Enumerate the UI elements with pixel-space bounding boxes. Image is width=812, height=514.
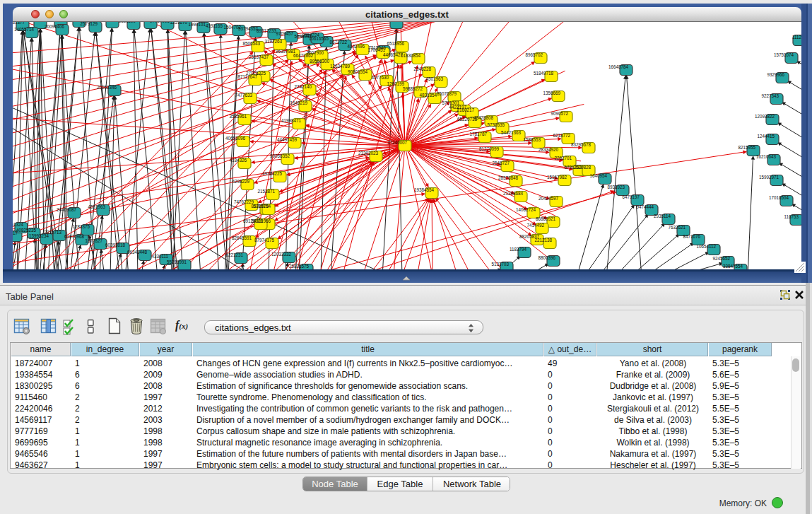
svg-text:6218772: 6218772 bbox=[553, 133, 570, 138]
svg-text:1251670: 1251670 bbox=[170, 22, 187, 25]
svg-text:55216991: 55216991 bbox=[167, 259, 187, 264]
svg-text:116753: 116753 bbox=[784, 214, 799, 219]
svg-text:24469087: 24469087 bbox=[57, 207, 77, 212]
svg-text:28576848: 28576848 bbox=[498, 175, 519, 180]
svg-text:2212138: 2212138 bbox=[534, 238, 552, 243]
svg-text:69125928: 69125928 bbox=[243, 218, 264, 223]
svg-text:1649219: 1649219 bbox=[290, 100, 307, 105]
svg-text:15992971: 15992971 bbox=[759, 175, 779, 180]
svg-text:20091406: 20091406 bbox=[45, 24, 65, 29]
svg-text:12093822: 12093822 bbox=[755, 114, 775, 119]
svg-text:8938923: 8938923 bbox=[607, 185, 625, 189]
svg-text:1244415: 1244415 bbox=[757, 134, 775, 139]
svg-text:15751074: 15751074 bbox=[774, 52, 794, 57]
svg-text:40825235: 40825235 bbox=[16, 228, 37, 233]
svg-text:82645591: 82645591 bbox=[232, 235, 252, 240]
svg-text:2521199: 2521199 bbox=[119, 22, 136, 23]
svg-text:1112: 1112 bbox=[792, 35, 801, 40]
svg-text:8672722: 8672722 bbox=[329, 40, 347, 45]
svg-text:81270099: 81270099 bbox=[479, 146, 500, 151]
svg-text:54421363: 54421363 bbox=[501, 130, 522, 135]
svg-text:23302023: 23302023 bbox=[358, 151, 379, 156]
svg-text:10654112: 10654112 bbox=[696, 244, 716, 249]
svg-text:3197263: 3197263 bbox=[264, 39, 282, 44]
svg-text:9357224: 9357224 bbox=[302, 33, 319, 37]
svg-text:2246228: 2246228 bbox=[413, 66, 431, 71]
svg-text:43428808: 43428808 bbox=[473, 115, 494, 120]
svg-text:4501963: 4501963 bbox=[425, 76, 443, 81]
svg-text:5261324: 5261324 bbox=[13, 222, 23, 227]
svg-text:4330111: 4330111 bbox=[151, 254, 168, 259]
svg-text:8800396: 8800396 bbox=[538, 255, 555, 260]
svg-text:14062724: 14062724 bbox=[516, 207, 536, 212]
svg-text:5133703: 5133703 bbox=[491, 262, 509, 267]
svg-text:12634789: 12634789 bbox=[330, 64, 351, 69]
svg-text:8965702: 8965702 bbox=[525, 52, 543, 57]
svg-text:8506543: 8506543 bbox=[242, 41, 260, 46]
svg-text:1706451: 1706451 bbox=[367, 47, 385, 52]
svg-text:7414492: 7414492 bbox=[526, 223, 544, 228]
svg-text:4298229: 4298229 bbox=[232, 179, 249, 184]
svg-text:89556300: 89556300 bbox=[310, 59, 330, 64]
svg-text:90056352: 90056352 bbox=[270, 153, 290, 158]
svg-text:9090572: 9090572 bbox=[551, 111, 568, 116]
svg-text:83295678: 83295678 bbox=[571, 142, 592, 147]
svg-text:6479197: 6479197 bbox=[622, 194, 640, 199]
svg-text:4142496: 4142496 bbox=[347, 44, 365, 49]
svg-text:9227343: 9227343 bbox=[761, 93, 779, 98]
svg-text:5315154: 5315154 bbox=[253, 204, 271, 209]
svg-text:8215955: 8215955 bbox=[738, 145, 755, 150]
svg-text:2160217: 2160217 bbox=[457, 107, 474, 112]
svg-text:41998471: 41998471 bbox=[281, 118, 302, 123]
svg-text:2546727: 2546727 bbox=[492, 160, 510, 165]
svg-text:20053346: 20053346 bbox=[97, 85, 117, 90]
svg-text:4581963: 4581963 bbox=[88, 204, 105, 209]
svg-text:15967982: 15967982 bbox=[547, 175, 567, 180]
svg-text:4577630: 4577630 bbox=[371, 75, 389, 80]
svg-text:9474444: 9474444 bbox=[636, 204, 654, 209]
svg-text:1283375: 1283375 bbox=[72, 224, 90, 229]
svg-text:6221231: 6221231 bbox=[225, 252, 243, 257]
svg-text:5730535: 5730535 bbox=[487, 122, 505, 127]
svg-text:1183794: 1183794 bbox=[510, 247, 527, 252]
svg-text:1640954: 1640954 bbox=[589, 173, 607, 178]
svg-text:85076879: 85076879 bbox=[437, 91, 457, 96]
svg-text:2579129: 2579129 bbox=[80, 22, 98, 26]
svg-text:87117647: 87117647 bbox=[237, 74, 257, 79]
svg-text:4191165: 4191165 bbox=[206, 23, 223, 28]
svg-text:16033809: 16033809 bbox=[379, 22, 399, 23]
svg-text:3585961: 3585961 bbox=[229, 114, 247, 119]
svg-text:1007900: 1007900 bbox=[306, 50, 324, 55]
svg-text:2935114: 2935114 bbox=[654, 214, 671, 218]
svg-text:1781787: 1781787 bbox=[469, 132, 487, 136]
svg-text:19384554: 19384554 bbox=[414, 187, 435, 192]
svg-text:25637437: 25637437 bbox=[249, 54, 269, 59]
svg-text:25836575: 25836575 bbox=[289, 264, 310, 269]
svg-text:16648784: 16648784 bbox=[608, 64, 629, 69]
svg-text:17240007: 17240007 bbox=[387, 140, 408, 145]
svg-text:1356669: 1356669 bbox=[543, 90, 560, 95]
svg-text:61830854: 61830854 bbox=[401, 53, 421, 58]
svg-text:16210643: 16210643 bbox=[756, 154, 777, 159]
svg-text:33847554: 33847554 bbox=[723, 264, 743, 269]
svg-text:2153871: 2153871 bbox=[257, 189, 275, 194]
svg-text:12033332: 12033332 bbox=[271, 252, 292, 257]
svg-text:1877827: 1877827 bbox=[85, 238, 102, 243]
svg-text:7632621: 7632621 bbox=[668, 225, 686, 230]
svg-text:28334920: 28334920 bbox=[539, 147, 559, 152]
svg-text:86880921: 86880921 bbox=[536, 216, 556, 221]
svg-text:6518956: 6518956 bbox=[387, 41, 404, 46]
svg-text:2810713: 2810713 bbox=[44, 230, 61, 235]
svg-text:87974175: 87974175 bbox=[254, 238, 275, 243]
svg-text:53794352: 53794352 bbox=[238, 26, 259, 31]
svg-text:70643907: 70643907 bbox=[23, 22, 43, 23]
svg-text:9709457: 9709457 bbox=[276, 31, 293, 36]
svg-text:59889272: 59889272 bbox=[403, 86, 423, 91]
svg-text:9329966: 9329966 bbox=[767, 72, 784, 77]
svg-text:51849718: 51849718 bbox=[534, 71, 554, 76]
svg-text:9245652: 9245652 bbox=[712, 256, 730, 261]
svg-text:21398684: 21398684 bbox=[503, 191, 524, 196]
svg-text:2520828: 2520828 bbox=[573, 165, 591, 170]
svg-text:49384225: 49384225 bbox=[262, 171, 283, 176]
svg-text:66343448: 66343448 bbox=[127, 250, 148, 255]
